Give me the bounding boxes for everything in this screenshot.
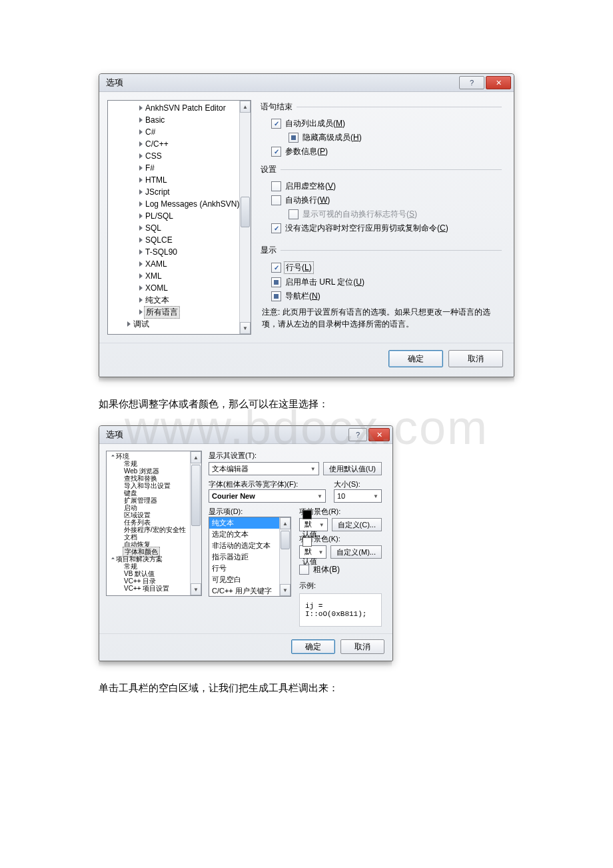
tree-item[interactable]: VC++ 项目设置 [107,585,201,592]
scroll-up-button[interactable]: ▲ [240,101,251,113]
cancel-button[interactable]: 取消 [340,639,384,654]
tree-item[interactable]: T-SQL90 [108,246,251,258]
virtualSpace-checkbox[interactable] [271,181,281,191]
tree-item[interactable]: F# [108,162,251,174]
list-item[interactable]: 非活动的选定文本 [209,540,291,551]
list-item[interactable]: 纯文本 [209,517,291,529]
expand-icon[interactable] [139,225,143,231]
tree-item[interactable]: 导入和导出设置 [107,482,201,489]
tree-scrollbar[interactable]: ▲ ▼ [190,451,201,595]
list-item[interactable]: 行号 [209,563,291,574]
tree-item[interactable]: 启动 [107,504,201,511]
size-combo[interactable]: 10▼ [334,489,382,503]
ok-button[interactable]: 确定 [291,639,335,654]
item-bg-combo[interactable]: 默认值▼ [299,545,326,559]
wordWrap-checkbox[interactable] [271,195,281,205]
list-item[interactable]: 可见空白 [209,574,291,585]
hideAdvanced-checkbox[interactable] [289,133,299,143]
autoListMembers-checkbox[interactable] [271,119,281,129]
list-item[interactable]: 选定的文本 [209,529,291,540]
show-settings-combo[interactable]: 文本编辑器▼ [209,462,319,475]
tree-item[interactable]: 调试 [108,318,251,330]
expand-icon[interactable] [139,129,143,135]
scroll-thumb[interactable] [241,197,250,227]
expand-icon[interactable] [139,177,143,183]
expand-icon[interactable] [139,249,143,255]
expand-icon[interactable] [111,557,115,561]
list-scrollbar[interactable]: ▲ ▼ [279,517,291,596]
tree-item[interactable]: 纯文本 [108,294,251,306]
item-fg-combo[interactable]: 默认值▼ [299,518,328,531]
tree-item[interactable]: AnkhSVN Patch Editor [108,102,251,114]
help-button[interactable]: ? [459,76,484,89]
scroll-down-button[interactable]: ▼ [240,322,251,334]
tree-item-label: Basic [145,115,165,125]
tree-item[interactable]: 项目和解决方案 [107,555,201,563]
expand-icon[interactable] [139,105,143,111]
tree-item[interactable]: C/C++ [108,138,251,150]
tree-item[interactable]: 区域设置 [107,511,201,519]
ok-button[interactable]: 确定 [388,350,443,367]
tree-item[interactable]: 所有语言 [108,306,251,318]
close-button[interactable]: ✕ [486,76,511,89]
tree-item[interactable]: C# [108,126,251,138]
navBar-checkbox[interactable] [271,291,281,301]
scroll-down-button[interactable]: ▼ [191,583,201,595]
tree-item[interactable]: 环境 [107,453,201,460]
tree-scrollbar[interactable]: ▲ ▼ [239,101,251,334]
bold-checkbox[interactable] [299,565,309,575]
expand-icon[interactable] [139,141,143,147]
scroll-up-button[interactable]: ▲ [191,451,201,463]
expand-icon[interactable] [127,321,131,327]
lineNumbers-checkbox[interactable] [271,263,281,273]
expand-icon[interactable] [139,165,143,171]
expand-icon[interactable] [139,201,143,207]
help-button[interactable]: ? [348,428,367,441]
section-statement: 语句结束 [261,101,293,113]
expand-icon[interactable] [139,237,143,243]
list-item[interactable]: 指示器边距 [209,551,291,563]
tree-item[interactable]: JScript [108,186,251,198]
display-items-list[interactable]: 纯文本选定的文本非活动的选定文本指示器边距行号可见空白C/C++ 用户关键字CS… [209,517,291,597]
scroll-down-button[interactable]: ▼ [280,584,291,596]
cutCopyBlank-checkbox[interactable] [271,223,281,233]
singleClickUrl-checkbox[interactable] [271,277,281,287]
showGlyphs-checkbox[interactable] [289,209,299,219]
tree-item[interactable]: CSS [108,150,251,162]
expand-icon[interactable] [139,297,143,303]
expand-icon[interactable] [139,213,143,219]
tree-item[interactable]: HTML [108,174,251,186]
paramInfo-checkbox[interactable] [271,147,281,157]
custom-fg-button[interactable]: 自定义(C)... [332,518,382,531]
tree-item[interactable]: Log Messages (AnkhSVN) [108,198,251,210]
list-item[interactable]: C/C++ 用户关键字 [209,585,291,597]
use-defaults-button[interactable]: 使用默认值(U) [323,462,382,475]
expand-icon[interactable] [139,189,143,195]
tree-item[interactable]: PL/SQL [108,210,251,222]
custom-bg-button[interactable]: 自定义(M)... [330,545,382,559]
close-button[interactable]: ✕ [368,428,390,441]
expand-icon[interactable] [139,285,143,291]
category-tree[interactable]: AnkhSVN Patch EditorBasicC#C/C++CSSF#HTM… [107,100,251,335]
category-tree[interactable]: 环境常规Web 浏览器查找和替换导入和导出设置键盘扩展管理器启动区域设置任务列表… [106,451,202,596]
expand-icon[interactable] [139,309,143,315]
expand-icon[interactable] [139,273,143,279]
tree-item[interactable]: SQL [108,222,251,234]
expand-icon[interactable] [139,261,143,267]
expand-icon[interactable] [139,153,143,159]
tree-item[interactable]: 外接程序/宏的安全性 [107,526,201,533]
tree-item[interactable]: 文档 [107,533,201,541]
tree-item[interactable]: SQLCE [108,234,251,246]
cancel-button[interactable]: 取消 [448,350,503,367]
tree-item[interactable]: XAML [108,258,251,270]
tree-item[interactable]: 扩展管理器 [107,497,201,504]
scroll-thumb[interactable] [191,465,201,526]
scroll-thumb[interactable] [281,531,290,549]
font-combo[interactable]: Courier New▼ [209,489,326,503]
expand-icon[interactable] [139,117,143,123]
tree-item[interactable]: XOML [108,282,251,294]
scroll-up-button[interactable]: ▲ [280,517,291,529]
tree-item[interactable]: XML [108,270,251,282]
expand-icon[interactable] [111,455,115,458]
tree-item[interactable]: Basic [108,114,251,126]
